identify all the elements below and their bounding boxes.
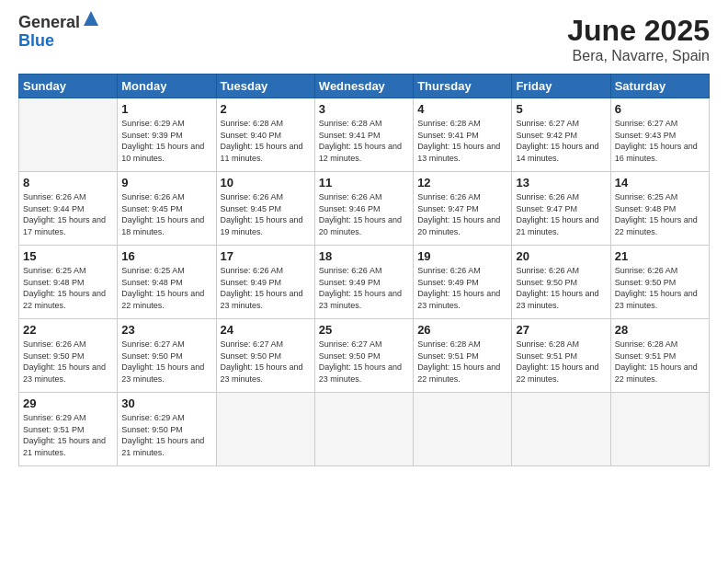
table-row: 6 Sunrise: 6:27 AM Sunset: 9:43 PM Dayli… [610, 98, 709, 172]
cell-content: Sunrise: 6:28 AM Sunset: 9:40 PM Dayligh… [221, 118, 311, 164]
day-number: 14 [615, 176, 705, 190]
calendar-week-row: 8 Sunrise: 6:26 AM Sunset: 9:44 PM Dayli… [19, 172, 710, 246]
table-row: 23 Sunrise: 6:27 AM Sunset: 9:50 PM Dayl… [118, 319, 216, 393]
table-row: 9 Sunrise: 6:26 AM Sunset: 9:45 PM Dayli… [118, 172, 216, 246]
cell-content: Sunrise: 6:29 AM Sunset: 9:51 PM Dayligh… [23, 412, 113, 458]
day-number: 19 [417, 249, 507, 263]
cell-content: Sunrise: 6:26 AM Sunset: 9:47 PM Dayligh… [417, 191, 507, 237]
table-row: 24 Sunrise: 6:27 AM Sunset: 9:50 PM Dayl… [216, 319, 314, 393]
cell-content: Sunrise: 6:26 AM Sunset: 9:50 PM Dayligh… [516, 265, 606, 311]
table-row: 18 Sunrise: 6:26 AM Sunset: 9:49 PM Dayl… [314, 246, 413, 319]
table-row: 22 Sunrise: 6:26 AM Sunset: 9:50 PM Dayl… [19, 319, 118, 393]
day-number: 16 [121, 249, 211, 263]
day-number: 27 [516, 323, 606, 337]
day-number: 9 [121, 176, 211, 190]
cell-content: Sunrise: 6:26 AM Sunset: 9:49 PM Dayligh… [319, 265, 409, 311]
cell-content: Sunrise: 6:25 AM Sunset: 9:48 PM Dayligh… [615, 191, 705, 237]
table-row: 28 Sunrise: 6:28 AM Sunset: 9:51 PM Dayl… [610, 319, 709, 393]
col-monday: Monday [118, 75, 216, 98]
table-row: 17 Sunrise: 6:26 AM Sunset: 9:49 PM Dayl… [216, 246, 314, 319]
logo-general-text: General [18, 13, 80, 31]
table-row: 26 Sunrise: 6:28 AM Sunset: 9:51 PM Dayl… [414, 319, 512, 393]
day-number: 12 [417, 176, 507, 190]
day-number: 30 [121, 396, 211, 410]
day-number: 3 [319, 102, 409, 116]
cell-content: Sunrise: 6:28 AM Sunset: 9:41 PM Dayligh… [417, 118, 507, 164]
svg-marker-0 [84, 11, 98, 26]
col-sunday: Sunday [19, 75, 118, 98]
table-row: 27 Sunrise: 6:28 AM Sunset: 9:51 PM Dayl… [512, 319, 610, 393]
cell-content: Sunrise: 6:26 AM Sunset: 9:45 PM Dayligh… [121, 191, 211, 237]
table-row: 20 Sunrise: 6:26 AM Sunset: 9:50 PM Dayl… [512, 246, 610, 319]
cell-content: Sunrise: 6:27 AM Sunset: 9:50 PM Dayligh… [121, 339, 211, 385]
day-number: 24 [221, 323, 311, 337]
day-number: 20 [516, 249, 606, 263]
table-row: 16 Sunrise: 6:25 AM Sunset: 9:48 PM Dayl… [118, 246, 216, 319]
logo-icon [82, 9, 100, 28]
calendar-header-row: Sunday Monday Tuesday Wednesday Thursday… [19, 75, 710, 98]
table-row: 1 Sunrise: 6:29 AM Sunset: 9:39 PM Dayli… [118, 98, 216, 172]
cell-content: Sunrise: 6:26 AM Sunset: 9:47 PM Dayligh… [516, 191, 606, 237]
cell-content: Sunrise: 6:28 AM Sunset: 9:51 PM Dayligh… [615, 339, 705, 385]
day-number: 29 [23, 396, 113, 410]
cell-content: Sunrise: 6:28 AM Sunset: 9:41 PM Dayligh… [319, 118, 409, 164]
calendar-week-row: 22 Sunrise: 6:26 AM Sunset: 9:50 PM Dayl… [19, 319, 710, 393]
logo: General Blue [18, 14, 100, 51]
day-number: 13 [516, 176, 606, 190]
col-thursday: Thursday [414, 75, 512, 98]
table-row: 30 Sunrise: 6:29 AM Sunset: 9:50 PM Dayl… [118, 393, 216, 466]
header: General Blue June 2025 Bera, Navarre, Sp… [18, 14, 710, 64]
table-row: 12 Sunrise: 6:26 AM Sunset: 9:47 PM Dayl… [414, 172, 512, 246]
table-row [414, 393, 512, 466]
cell-content: Sunrise: 6:26 AM Sunset: 9:49 PM Dayligh… [221, 265, 311, 311]
calendar-week-row: 29 Sunrise: 6:29 AM Sunset: 9:51 PM Dayl… [19, 393, 710, 466]
table-row: 13 Sunrise: 6:26 AM Sunset: 9:47 PM Dayl… [512, 172, 610, 246]
calendar-subtitle: Bera, Navarre, Spain [567, 48, 710, 64]
col-tuesday: Tuesday [216, 75, 314, 98]
day-number: 28 [615, 323, 705, 337]
table-row: 2 Sunrise: 6:28 AM Sunset: 9:40 PM Dayli… [216, 98, 314, 172]
table-row: 10 Sunrise: 6:26 AM Sunset: 9:45 PM Dayl… [216, 172, 314, 246]
title-block: June 2025 Bera, Navarre, Spain [567, 14, 710, 64]
table-row: 11 Sunrise: 6:26 AM Sunset: 9:46 PM Dayl… [314, 172, 413, 246]
cell-content: Sunrise: 6:25 AM Sunset: 9:48 PM Dayligh… [121, 265, 211, 311]
cell-content: Sunrise: 6:25 AM Sunset: 9:48 PM Dayligh… [23, 265, 113, 311]
cell-content: Sunrise: 6:28 AM Sunset: 9:51 PM Dayligh… [417, 339, 507, 385]
day-number: 6 [615, 102, 705, 116]
table-row: 8 Sunrise: 6:26 AM Sunset: 9:44 PM Dayli… [19, 172, 118, 246]
table-row: 21 Sunrise: 6:26 AM Sunset: 9:50 PM Dayl… [610, 246, 709, 319]
table-row [512, 393, 610, 466]
cell-content: Sunrise: 6:26 AM Sunset: 9:45 PM Dayligh… [221, 191, 311, 237]
day-number: 15 [23, 249, 113, 263]
table-row: 5 Sunrise: 6:27 AM Sunset: 9:42 PM Dayli… [512, 98, 610, 172]
day-number: 26 [417, 323, 507, 337]
day-number: 18 [319, 249, 409, 263]
calendar-week-row: 1 Sunrise: 6:29 AM Sunset: 9:39 PM Dayli… [19, 98, 710, 172]
calendar-week-row: 15 Sunrise: 6:25 AM Sunset: 9:48 PM Dayl… [19, 246, 710, 319]
day-number: 22 [23, 323, 113, 337]
day-number: 4 [417, 102, 507, 116]
day-number: 23 [121, 323, 211, 337]
table-row: 25 Sunrise: 6:27 AM Sunset: 9:50 PM Dayl… [314, 319, 413, 393]
table-row: 29 Sunrise: 6:29 AM Sunset: 9:51 PM Dayl… [19, 393, 118, 466]
table-row: 15 Sunrise: 6:25 AM Sunset: 9:48 PM Dayl… [19, 246, 118, 319]
table-row [610, 393, 709, 466]
cell-content: Sunrise: 6:26 AM Sunset: 9:50 PM Dayligh… [23, 339, 113, 385]
cell-content: Sunrise: 6:26 AM Sunset: 9:46 PM Dayligh… [319, 191, 409, 237]
cell-content: Sunrise: 6:27 AM Sunset: 9:43 PM Dayligh… [615, 118, 705, 164]
cell-content: Sunrise: 6:27 AM Sunset: 9:50 PM Dayligh… [221, 339, 311, 385]
day-number: 25 [319, 323, 409, 337]
table-row [19, 98, 118, 172]
table-row: 3 Sunrise: 6:28 AM Sunset: 9:41 PM Dayli… [314, 98, 413, 172]
logo-blue-text: Blue [18, 31, 54, 50]
day-number: 5 [516, 102, 606, 116]
cell-content: Sunrise: 6:28 AM Sunset: 9:51 PM Dayligh… [516, 339, 606, 385]
table-row: 4 Sunrise: 6:28 AM Sunset: 9:41 PM Dayli… [414, 98, 512, 172]
col-friday: Friday [512, 75, 610, 98]
cell-content: Sunrise: 6:26 AM Sunset: 9:50 PM Dayligh… [615, 265, 705, 311]
table-row [216, 393, 314, 466]
day-number: 8 [23, 176, 113, 190]
day-number: 2 [221, 102, 311, 116]
col-wednesday: Wednesday [314, 75, 413, 98]
cell-content: Sunrise: 6:27 AM Sunset: 9:42 PM Dayligh… [516, 118, 606, 164]
